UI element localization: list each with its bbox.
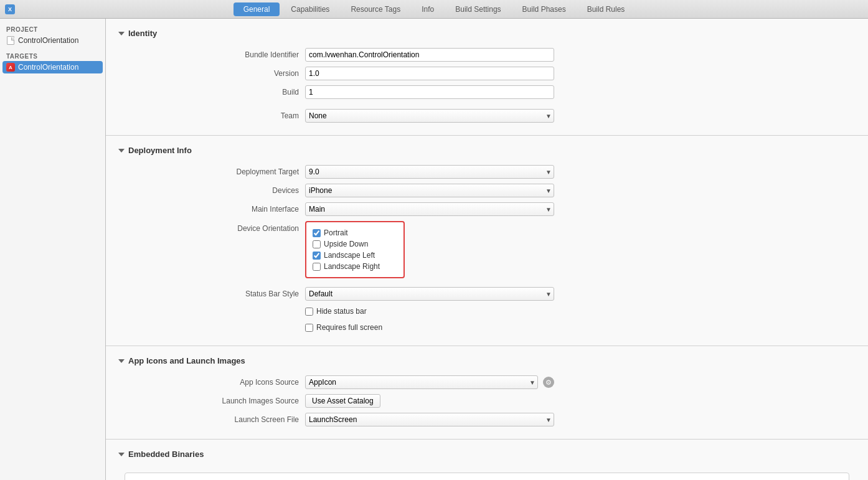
version-label: Version — [118, 69, 305, 78]
nav-tab-resource-tags[interactable]: Resource Tags — [341, 2, 410, 16]
top-nav: X GeneralCapabilitiesResource TagsInfoBu… — [0, 0, 868, 19]
app-icons-collapse-triangle[interactable] — [118, 359, 125, 363]
status-bar-style-select-wrap: Default Light Content ▼ — [305, 287, 554, 301]
use-asset-catalog-button[interactable]: Use Asset Catalog — [305, 394, 380, 408]
build-input[interactable] — [305, 85, 554, 99]
hide-status-bar-row: Hide status bar — [106, 303, 868, 319]
embedded-binaries-header: Embedded Binaries — [106, 449, 868, 466]
landscape-right-label: Landscape Right — [324, 262, 380, 271]
landscape-right-checkbox[interactable] — [313, 263, 321, 271]
build-row: Build — [106, 83, 868, 101]
bundle-identifier-label: Bundle Identifier — [118, 50, 305, 59]
sidebar-item-target[interactable]: A ControlOrientation — [2, 61, 103, 73]
nav-tab-capabilities[interactable]: Capabilities — [281, 2, 339, 16]
hide-status-bar-checkbox[interactable] — [305, 308, 313, 316]
landscape-right-checkbox-row: Landscape Right — [313, 261, 397, 272]
devices-select-wrap: iPhone iPad Universal ▼ — [305, 184, 554, 197]
deployment-target-select[interactable]: 9.0 — [305, 165, 554, 179]
deployment-title: Deployment Info — [128, 146, 192, 155]
portrait-label: Portrait — [324, 228, 348, 237]
status-bar-style-control: Default Light Content ▼ — [305, 287, 554, 301]
nav-tab-build-settings[interactable]: Build Settings — [445, 2, 511, 16]
app-icons-header: App Icons and Launch Images — [106, 356, 868, 373]
team-select[interactable]: None — [305, 109, 554, 123]
launch-screen-file-row: Launch Screen File LaunchScreen ▼ — [106, 410, 868, 429]
version-input[interactable] — [305, 67, 554, 80]
launch-images-source-control: Use Asset Catalog — [305, 394, 554, 408]
status-bar-style-label: Status Bar Style — [118, 289, 305, 298]
bundle-identifier-input[interactable] — [305, 48, 554, 62]
nav-tab-build-phases[interactable]: Build Phases — [512, 2, 576, 16]
main-interface-control: Main ▼ — [305, 202, 554, 216]
app-icons-source-control: AppIcon ▼ ⚙ — [305, 375, 554, 389]
device-orientation-row: Device Orientation Portrait Upside Down … — [106, 219, 868, 281]
sidebar-target-name: ControlOrientation — [18, 63, 78, 72]
launch-images-source-row: Launch Images Source Use Asset Catalog — [106, 392, 868, 410]
portrait-checkbox[interactable] — [313, 229, 321, 237]
sidebar-project-name: ControlOrientation — [18, 36, 78, 45]
requires-full-screen-checkbox-row: Requires full screen — [305, 322, 554, 333]
launch-images-source-label: Launch Images Source — [118, 397, 305, 405]
sidebar-item-project[interactable]: ControlOrientation — [0, 34, 105, 47]
xcode-icon: X — [5, 4, 15, 14]
devices-row: Devices iPhone iPad Universal ▼ — [106, 181, 868, 200]
bundle-identifier-control — [305, 48, 554, 62]
deployment-target-row: Deployment Target 9.0 ▼ — [106, 162, 868, 181]
launch-screen-file-select[interactable]: LaunchScreen — [305, 413, 554, 426]
orientation-box: Portrait Upside Down Landscape Left Land… — [305, 221, 405, 278]
app-icons-source-select[interactable]: AppIcon — [305, 375, 538, 389]
embedded-binaries-title: Embedded Binaries — [128, 449, 204, 459]
deployment-target-label: Deployment Target — [118, 167, 305, 176]
requires-full-screen-label: Requires full screen — [316, 323, 382, 332]
hide-status-bar-label: Hide status bar — [316, 307, 367, 316]
identity-section: Identity Bundle Identifier Version Build — [106, 19, 868, 136]
embedded-binaries-collapse-triangle[interactable] — [118, 453, 125, 456]
app-icons-section: App Icons and Launch Images App Icons So… — [106, 346, 868, 440]
landscape-left-checkbox[interactable] — [313, 252, 321, 260]
main-interface-row: Main Interface Main ▼ — [106, 200, 868, 219]
identity-collapse-triangle[interactable] — [118, 32, 125, 35]
build-label: Build — [118, 88, 305, 96]
bundle-identifier-row: Bundle Identifier — [106, 45, 868, 64]
version-control — [305, 67, 554, 80]
identity-title: Identity — [128, 29, 157, 38]
embedded-binaries-placeholder: Add embedded binaries here — [125, 473, 849, 480]
devices-control: iPhone iPad Universal ▼ — [305, 184, 554, 197]
identity-header: Identity — [106, 29, 868, 45]
nav-tab-build-rules[interactable]: Build Rules — [577, 2, 635, 16]
requires-full-screen-checkbox[interactable] — [305, 324, 313, 332]
deployment-target-select-wrap: 9.0 ▼ — [305, 165, 554, 179]
team-row: Team None ▼ — [106, 106, 868, 125]
main-interface-select[interactable]: Main — [305, 202, 554, 216]
app-icons-source-select-wrap: AppIcon ▼ — [305, 375, 538, 389]
app-icons-title: App Icons and Launch Images — [128, 356, 245, 365]
sidebar: PROJECT ControlOrientation TARGETS A Con… — [0, 19, 106, 480]
launch-screen-file-select-wrap: LaunchScreen ▼ — [305, 413, 554, 426]
device-orientation-label: Device Orientation — [118, 221, 305, 233]
devices-select[interactable]: iPhone iPad Universal — [305, 184, 554, 197]
app-target-icon: A — [6, 63, 15, 72]
main-interface-select-wrap: Main ▼ — [305, 202, 554, 216]
hide-status-bar-checkbox-row: Hide status bar — [305, 306, 554, 317]
team-label: Team — [118, 111, 305, 120]
devices-label: Devices — [118, 186, 305, 195]
team-select-wrap: None ▼ — [305, 109, 554, 123]
deployment-header: Deployment Info — [106, 146, 868, 162]
version-row: Version — [106, 64, 868, 83]
nav-tab-general[interactable]: General — [234, 2, 280, 16]
status-bar-style-select[interactable]: Default Light Content — [305, 287, 554, 301]
upside-down-checkbox[interactable] — [313, 240, 321, 248]
nav-tab-info[interactable]: Info — [412, 2, 444, 16]
embedded-binaries-section: Embedded Binaries Add embedded binaries … — [106, 440, 868, 480]
embedded-binaries-table: Add embedded binaries here — [125, 473, 849, 480]
project-section-label: PROJECT — [0, 24, 105, 34]
app-icons-gear-button[interactable]: ⚙ — [543, 377, 554, 388]
landscape-left-label: Landscape Left — [324, 251, 375, 260]
requires-full-screen-row: Requires full screen — [106, 319, 868, 336]
landscape-left-checkbox-row: Landscape Left — [313, 250, 397, 261]
hide-status-bar-control: Hide status bar — [305, 306, 554, 317]
requires-full-screen-control: Requires full screen — [305, 322, 554, 333]
build-control — [305, 85, 554, 99]
portrait-checkbox-row: Portrait — [313, 227, 397, 238]
deployment-collapse-triangle[interactable] — [118, 149, 125, 153]
